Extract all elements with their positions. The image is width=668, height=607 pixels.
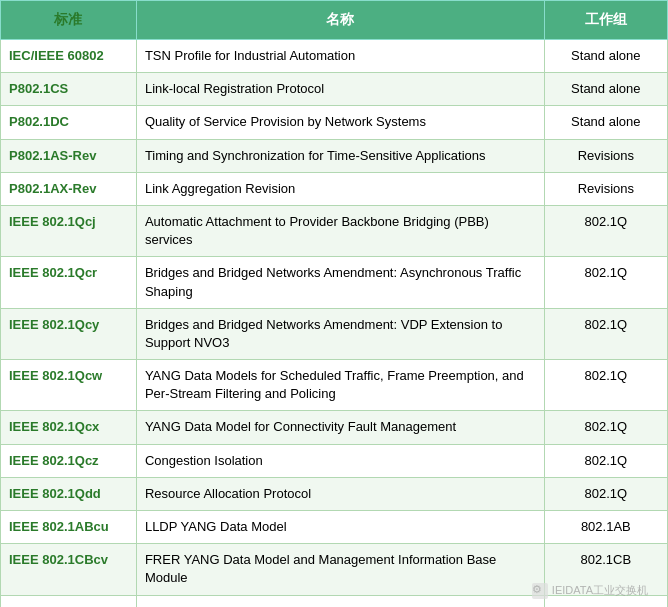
header-workgroup: 工作组 — [544, 1, 667, 40]
cell-workgroup: Revisions — [544, 172, 667, 205]
cell-standard: P802.1AX-Rev — [1, 172, 137, 205]
cell-name: TSN Profile for Industrial Automation — [136, 40, 544, 73]
cell-standard: IEC/IEEE 60802 — [1, 40, 137, 73]
table-header-row: 标准 名称 工作组 — [1, 1, 668, 40]
cell-name: FRER YANG Data Model and Management Info… — [136, 544, 544, 595]
table-row: IEEE 802.1QczCongestion Isolation802.1Q — [1, 444, 668, 477]
cell-name: Resource Allocation Protocol — [136, 477, 544, 510]
cell-standard: IEEE 802.1Qcx — [1, 411, 137, 444]
cell-workgroup: Stand alone — [544, 40, 667, 73]
table-row: P802.1DCQuality of Service Provision by … — [1, 106, 668, 139]
cell-workgroup: 802.1Q — [544, 360, 667, 411]
cell-workgroup: 802.1AB — [544, 511, 667, 544]
cell-workgroup: 802.1Q — [544, 444, 667, 477]
cell-standard: IEEE 802.1Qcj — [1, 205, 137, 256]
cell-standard: IEEE 802.1ABcu — [1, 511, 137, 544]
table-row: IEEE 802.1QddResource Allocation Protoco… — [1, 477, 668, 510]
cell-name: YANG Data Model for Connectivity Fault M… — [136, 411, 544, 444]
cell-workgroup: 802.1Q — [544, 477, 667, 510]
table-row: P802.1AX-RevLink Aggregation RevisionRev… — [1, 172, 668, 205]
table-row: P802.1CSLink-local Registration Protocol… — [1, 73, 668, 106]
cell-standard: P802.1CS — [1, 73, 137, 106]
cell-standard: IEEE 802.1Qcr — [1, 257, 137, 308]
cell-name: Timing and Synchronization for Time-Sens… — [136, 139, 544, 172]
table-row: IEC/IEEE 60802TSN Profile for Industrial… — [1, 40, 668, 73]
cell-standard: IEEE 802.1Qcw — [1, 360, 137, 411]
cell-name: Quality of Service Provision by Network … — [136, 106, 544, 139]
cell-workgroup: 802.1Q — [544, 308, 667, 359]
cell-workgroup: Stand alone — [544, 106, 667, 139]
table-row: IEEE 802.1QcjAutomatic Attachment to Pro… — [1, 205, 668, 256]
cell-standard: P802.1DC — [1, 106, 137, 139]
cell-name: Congestion Isolation — [136, 444, 544, 477]
table-row: IEEE 802.1QcxYANG Data Model for Connect… — [1, 411, 668, 444]
cell-workgroup: 802.1Q — [544, 205, 667, 256]
cell-workgroup: Revisions — [544, 139, 667, 172]
watermark-label: IEIDATA工业交换机 — [552, 583, 648, 598]
cell-name: YANG Data Models for Scheduled Traffic, … — [136, 360, 544, 411]
header-standard: 标准 — [1, 1, 137, 40]
cell-name: Link Aggregation Revision — [136, 172, 544, 205]
cell-name: Automatic Attachment to Provider Backbon… — [136, 205, 544, 256]
cell-name: Bridges and Bridged Networks Amendment: … — [136, 257, 544, 308]
cell-workgroup: Stand alone — [544, 73, 667, 106]
cell-name: Bridges and Bridged Networks Amendment: … — [136, 308, 544, 359]
cell-standard: IEEE 802.1CBdb — [1, 595, 137, 607]
cell-name: Link-local Registration Protocol — [136, 73, 544, 106]
header-name: 名称 — [136, 1, 544, 40]
standards-table: 标准 名称 工作组 IEC/IEEE 60802TSN Profile for … — [0, 0, 668, 607]
watermark-icon: ⚙ — [532, 583, 548, 599]
table-row: P802.1AS-RevTiming and Synchronization f… — [1, 139, 668, 172]
cell-standard: P802.1AS-Rev — [1, 139, 137, 172]
cell-standard: IEEE 802.1Qcy — [1, 308, 137, 359]
cell-standard: IEEE 802.1Qcz — [1, 444, 137, 477]
cell-standard: IEEE 802.1Qdd — [1, 477, 137, 510]
table-wrapper: 标准 名称 工作组 IEC/IEEE 60802TSN Profile for … — [0, 0, 668, 607]
cell-standard: IEEE 802.1CBcv — [1, 544, 137, 595]
cell-workgroup: 802.1Q — [544, 257, 667, 308]
table-row: IEEE 802.1QcrBridges and Bridged Network… — [1, 257, 668, 308]
cell-name: FRER Extended Stream Identification Func… — [136, 595, 544, 607]
cell-name: LLDP YANG Data Model — [136, 511, 544, 544]
table-row: IEEE 802.1QcwYANG Data Models for Schedu… — [1, 360, 668, 411]
table-row: IEEE 802.1ABcuLLDP YANG Data Model802.1A… — [1, 511, 668, 544]
table-row: IEEE 802.1QcyBridges and Bridged Network… — [1, 308, 668, 359]
watermark: ⚙ IEIDATA工业交换机 — [532, 583, 648, 599]
cell-workgroup: 802.1Q — [544, 411, 667, 444]
